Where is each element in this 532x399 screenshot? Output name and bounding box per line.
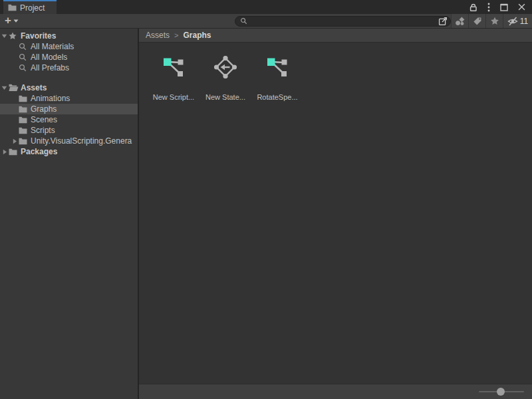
state-graph-icon — [214, 56, 237, 78]
search-input[interactable] — [250, 17, 436, 25]
maximize-icon[interactable] — [500, 3, 508, 11]
folder-open-icon — [9, 84, 20, 92]
sidebar-item-all-models[interactable]: All Models — [0, 52, 138, 63]
sidebar-item-label: Packages — [20, 147, 57, 156]
breadcrumb: Assets > Graphs — [139, 29, 532, 43]
sidebar-item-label: Assets — [20, 83, 47, 92]
hidden-count: 11 — [520, 17, 528, 26]
sidebar-item-label: All Prefabs — [30, 63, 69, 72]
menu-dots-icon[interactable] — [487, 3, 490, 12]
window-controls — [469, 0, 532, 14]
sidebar-item-assets[interactable]: Assets — [0, 82, 138, 93]
asset-item-new-state[interactable]: New State... — [200, 56, 251, 101]
sidebar-item-all-prefabs[interactable]: All Prefabs — [0, 63, 138, 73]
chevron-down-icon — [13, 19, 19, 23]
star-icon — [490, 17, 499, 25]
sidebar-item-graphs[interactable]: Graphs — [0, 104, 138, 114]
sidebar-item-packages[interactable]: Packages — [0, 146, 138, 157]
folder-icon — [19, 127, 30, 134]
sidebar-item-label: All Models — [30, 53, 67, 62]
folder-icon — [19, 138, 30, 145]
search-icon — [240, 17, 247, 25]
script-graph-icon — [162, 56, 185, 78]
breadcrumb-assets[interactable]: Assets — [146, 31, 170, 40]
folder-icon — [8, 4, 17, 11]
star-icon — [9, 32, 20, 40]
caret-down-icon[interactable] — [0, 85, 9, 90]
hidden-packages-toggle[interactable]: 11 — [503, 14, 532, 28]
unlock-icon[interactable] — [469, 3, 477, 12]
folder-icon — [9, 148, 20, 156]
slider-knob[interactable] — [497, 388, 505, 396]
sidebar-item-label: Graphs — [30, 104, 57, 114]
asset-item-new-script[interactable]: New Script... — [148, 56, 199, 101]
script-graph-icon — [266, 56, 289, 78]
folder-icon — [19, 106, 30, 113]
filter-by-type-button[interactable] — [451, 14, 468, 28]
sidebar-item-label: Animations — [30, 94, 70, 103]
folder-tree-sidebar: Favorites All Materials All Models All P… — [0, 29, 138, 399]
sidebar-item-label: Scenes — [30, 115, 57, 124]
caret-down-icon[interactable] — [0, 33, 9, 39]
sidebar-item-all-materials[interactable]: All Materials — [0, 41, 138, 52]
open-search-panel-icon[interactable] — [438, 17, 448, 26]
eye-slash-icon — [507, 17, 518, 26]
asset-label: New Script... — [153, 93, 194, 101]
asset-label: RotateSpe... — [257, 93, 297, 101]
thumbnail-zoom-slider[interactable] — [479, 387, 524, 396]
save-search-button[interactable] — [485, 14, 503, 28]
search-icon — [19, 53, 30, 61]
breadcrumb-separator: > — [174, 31, 178, 39]
close-icon[interactable] — [518, 3, 525, 11]
caret-right-icon[interactable] — [0, 149, 9, 155]
asset-grid: New Script... New State... — [139, 43, 532, 384]
sidebar-item-label: Scripts — [30, 126, 55, 135]
asset-browser: Assets > Graphs New Script... — [139, 29, 532, 399]
sidebar-item-label: All Materials — [30, 42, 74, 51]
plus-icon: + — [5, 15, 11, 26]
add-asset-button[interactable]: + — [0, 14, 23, 28]
sidebar-item-visualscripting-generated[interactable]: Unity.VisualScripting.Genera — [0, 136, 138, 146]
project-window-body: Favorites All Materials All Models All P… — [0, 29, 532, 399]
sidebar-item-label: Favorites — [20, 31, 56, 41]
asset-item-rotatespeed[interactable]: RotateSpe... — [252, 56, 303, 101]
breadcrumb-graphs[interactable]: Graphs — [183, 31, 211, 40]
status-bar — [139, 384, 532, 399]
tab-label: Project — [20, 3, 45, 13]
sidebar-item-animations[interactable]: Animations — [0, 93, 138, 104]
shapes-icon — [455, 17, 465, 26]
tab-bar: Project — [0, 0, 532, 14]
project-toolbar: + — [0, 14, 532, 29]
folder-icon — [19, 116, 30, 124]
search-icon — [19, 43, 30, 51]
caret-right-icon[interactable] — [10, 138, 19, 144]
tag-icon — [473, 17, 482, 26]
filter-by-label-button[interactable] — [468, 14, 485, 28]
search-field[interactable] — [235, 16, 451, 27]
search-icon — [19, 64, 30, 72]
sidebar-item-scripts[interactable]: Scripts — [0, 125, 138, 136]
folder-icon — [19, 95, 30, 102]
sidebar-item-label: Unity.VisualScripting.Genera — [30, 136, 132, 146]
sidebar-item-scenes[interactable]: Scenes — [0, 114, 138, 125]
tab-project[interactable]: Project — [3, 0, 57, 14]
sidebar-item-favorites[interactable]: Favorites — [0, 31, 138, 41]
asset-label: New State... — [205, 93, 245, 101]
